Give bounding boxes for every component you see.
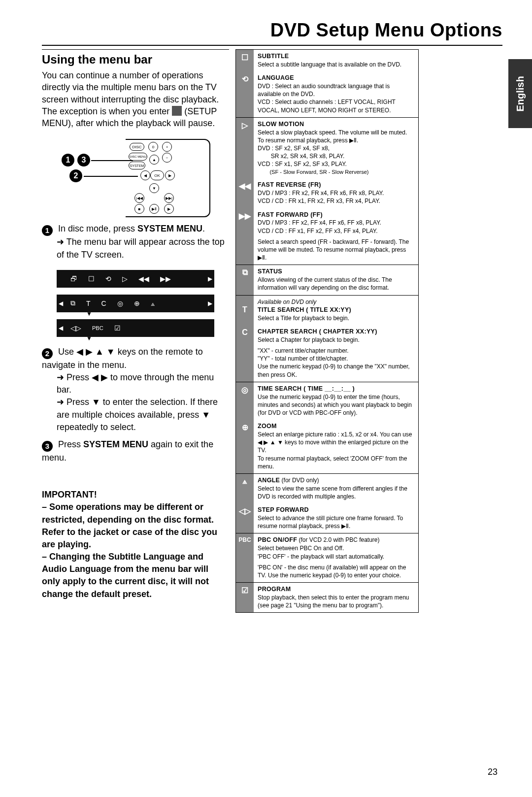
step-fwd-icon: ◁▷ xyxy=(236,503,254,533)
callout-3: 3 xyxy=(77,154,90,166)
step-1: 1 In disc mode, press SYSTEM MENU. The m… xyxy=(42,223,229,261)
step-3: 3 Press SYSTEM MENU again to exit the me… xyxy=(42,438,229,464)
fast-fwd-icon: ▶▶ xyxy=(236,208,254,265)
time-search-icon: ◎ xyxy=(236,382,254,420)
reference-table: ☐ SUBTITLE Select a subtitle language th… xyxy=(235,49,418,613)
intro-paragraph: You can continue a number of operations … xyxy=(42,69,229,129)
program-icon: ☑ xyxy=(236,583,254,612)
ref-titlesearch: T Available on DVD only TITLE SEARCH ( T… xyxy=(236,295,418,325)
page-header: DVD Setup Menu Options xyxy=(42,20,502,46)
language-tab: English xyxy=(508,59,532,128)
ref-status: ⧉ STATUS Allows viewing of the current s… xyxy=(236,265,418,295)
remote-diagram: 1 3 2 DISC 0 + DISC MENU SYSTEM − ▲ ◀ OK… xyxy=(62,139,209,215)
section-heading: Using the menu bar xyxy=(42,53,229,66)
subtitle-icon: ☐ xyxy=(236,50,254,71)
ref-stepfwd: ◁▷ STEP FORWARD Select to advance the st… xyxy=(236,503,418,533)
chapter-search-icon: C xyxy=(236,325,254,382)
menu-bar-diagram: 🗗☐⟲▷◀◀▶▶ ▶ ◀ ⧉TC◎⊕⟁ ▶ ▼ ◀ ◁▷PBC☑ ▼ xyxy=(57,270,229,337)
language-icon: ⟲ xyxy=(236,71,254,117)
slow-motion-icon: ▷ xyxy=(236,118,254,179)
step-2: 2 Use ◀ ▶ ▲ ▼ keys on the remote to navi… xyxy=(42,346,229,433)
pbc-icon: PBC xyxy=(236,533,254,582)
page-number: 23 xyxy=(488,767,498,777)
page-title: DVD Setup Menu Options xyxy=(42,20,502,41)
ref-zoom: ⊕ ZOOM Select an enlarge picture ratio :… xyxy=(236,420,418,473)
ref-language: ⟲ LANGUAGE DVD : Select an audio soundtr… xyxy=(236,71,418,117)
ref-fastfwd: ▶▶ FAST FORWARD (FF) DVD / MP3 : FF x2, … xyxy=(236,208,418,265)
callout-2: 2 xyxy=(69,169,82,182)
ref-program: ☑ PROGRAM Stop playback, then select thi… xyxy=(236,582,418,612)
important-block: IMPORTANT! – Some operations may be diff… xyxy=(42,489,229,600)
ref-fastrev: ◀◀ FAST REVERSE (FR) DVD / MP3 : FR x2, … xyxy=(236,178,418,208)
callout-1: 1 xyxy=(62,154,74,166)
ref-angle: ⟁ ANGLE (for DVD only) Select to view th… xyxy=(236,473,418,503)
fast-rev-icon: ◀◀ xyxy=(236,178,254,208)
ref-slowmotion: ▷ SLOW MOTION Select a slow playback spe… xyxy=(236,117,418,179)
ref-subtitle: ☐ SUBTITLE Select a subtitle language th… xyxy=(236,50,418,71)
setup-menu-icon xyxy=(172,106,182,116)
ref-pbc: PBC PBC ON/OFF (for VCD 2.0 with PBC fea… xyxy=(236,533,418,582)
status-icon: ⧉ xyxy=(236,265,254,295)
ref-timesearch: ◎ TIME SEARCH ( TIME __:__:__ ) Use the … xyxy=(236,382,418,420)
angle-icon: ⟁ xyxy=(236,474,254,503)
left-column: Using the menu bar You can continue a nu… xyxy=(42,49,229,600)
zoom-icon: ⊕ xyxy=(236,420,254,473)
title-search-icon: T xyxy=(236,296,254,325)
ref-chaptersearch: C CHAPTER SEARCH ( CHAPTER XX:YY) Select… xyxy=(236,325,418,382)
